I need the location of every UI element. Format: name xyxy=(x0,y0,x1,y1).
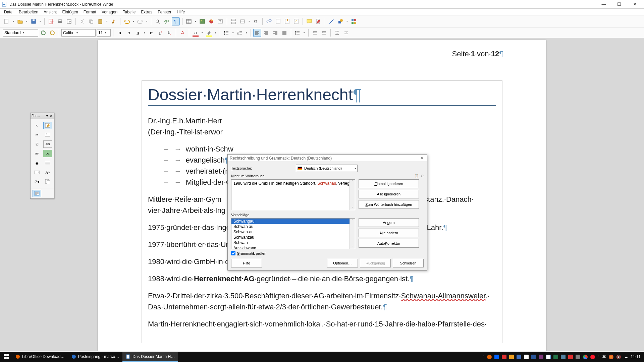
suggestion-item[interactable]: Schwangau xyxy=(231,219,355,224)
listbox-control[interactable] xyxy=(43,159,52,167)
change-button[interactable]: Ändern xyxy=(359,218,419,227)
numbering-dropdown[interactable]: ▾ xyxy=(245,29,248,37)
cut-button[interactable] xyxy=(78,17,86,25)
menu-tabelle[interactable]: Tabelle xyxy=(120,9,138,15)
menu-extras[interactable]: Extras xyxy=(138,9,155,15)
align-right-button[interactable] xyxy=(271,29,279,37)
textbox-button[interactable]: T xyxy=(216,17,224,25)
tray-cloud-icon[interactable]: ☁ xyxy=(624,355,628,359)
add-to-dict-button[interactable]: Zum Wörterbuch hinzufügen xyxy=(359,200,419,209)
form-controls-palette[interactable]: For… ▾ ✕ ↖ ✂ ☑ ABI %F DE ◉ An ☑▾ xyxy=(30,113,54,199)
line-spacing-button[interactable] xyxy=(293,29,302,37)
font-color-dropdown[interactable]: ▾ xyxy=(201,29,204,37)
task-thunderbird[interactable]: Posteingang - marco… xyxy=(68,352,123,362)
font-size-combo[interactable]: 11▾ xyxy=(97,29,111,37)
find-button[interactable] xyxy=(154,17,162,25)
palette-titlebar[interactable]: For… ▾ ✕ xyxy=(31,113,54,119)
open-dropdown[interactable]: ▾ xyxy=(25,17,29,25)
more-controls-button[interactable]: ☑▾ xyxy=(33,178,41,185)
special-char-button[interactable]: Ω xyxy=(252,17,260,25)
help-button[interactable]: Hilfe xyxy=(231,259,262,267)
shapes-button[interactable] xyxy=(336,17,344,25)
bullets-button[interactable] xyxy=(222,29,230,37)
close-button[interactable]: ✕ xyxy=(627,1,642,8)
field-dropdown[interactable]: ▾ xyxy=(248,17,251,25)
form-properties-button[interactable] xyxy=(33,190,41,197)
design-mode-button[interactable] xyxy=(43,122,52,129)
tray-bluetooth-icon[interactable]: ⌘ xyxy=(602,355,606,359)
tray-app-icon[interactable] xyxy=(609,355,613,359)
tray-app-icon[interactable] xyxy=(502,355,506,359)
menu-ansicht[interactable]: Ansicht xyxy=(41,9,59,15)
tray-app-icon[interactable] xyxy=(509,355,514,359)
start-button[interactable] xyxy=(0,354,12,360)
tray-volume-icon[interactable]: 🔇 xyxy=(616,355,621,359)
para-spacing-dec-button[interactable] xyxy=(342,29,350,37)
shapes-dropdown[interactable]: ▾ xyxy=(345,17,349,25)
copy-button[interactable] xyxy=(87,17,95,25)
image-button[interactable] xyxy=(198,17,206,25)
para-spacing-inc-button[interactable] xyxy=(333,29,341,37)
tray-app-icon[interactable] xyxy=(568,355,573,359)
highlight-dropdown[interactable]: ▾ xyxy=(214,29,217,37)
undo-button[interactable]: Rückgängig xyxy=(360,259,391,267)
formatting-marks-button[interactable]: ¶ xyxy=(172,17,180,25)
align-center-button[interactable] xyxy=(262,29,270,37)
formatted-field-control[interactable]: %F xyxy=(33,150,41,157)
select-tool[interactable]: ↖ xyxy=(33,122,41,129)
numbering-button[interactable]: 123 xyxy=(236,29,244,37)
undo-button[interactable] xyxy=(123,17,131,25)
new-doc-button[interactable] xyxy=(3,17,11,25)
tray-opera-icon[interactable] xyxy=(590,355,595,359)
tray-firefox-icon[interactable] xyxy=(487,355,492,359)
strike-button[interactable]: a xyxy=(147,29,155,37)
subscript-button[interactable]: ab xyxy=(165,29,173,37)
maximize-button[interactable]: ☐ xyxy=(612,1,627,8)
tray-app-icon[interactable] xyxy=(517,355,521,359)
suggestion-item[interactable]: Schwan-au xyxy=(231,229,355,235)
paragraph-style-combo[interactable]: Standard▾ xyxy=(3,29,38,37)
table-button[interactable] xyxy=(185,17,193,25)
autocorrect-button[interactable]: AutoKorrektur xyxy=(359,239,419,248)
palette-close-icon[interactable]: ✕ xyxy=(49,114,53,118)
grammar-checkbox[interactable]: Grammatik prüfen xyxy=(231,251,424,255)
sentence-editor[interactable]: 1980 wird die GmbH in den heutigen Stand… xyxy=(231,179,355,210)
suggestion-item[interactable]: Schwan xyxy=(231,240,355,245)
scrollbar[interactable]: ˄˅ xyxy=(350,219,355,249)
menu-vorlagen[interactable]: Vorlagen xyxy=(99,9,120,15)
scrollbar[interactable]: ˄˅ xyxy=(350,180,355,210)
clone-format-button[interactable] xyxy=(110,17,118,25)
clear-format-button[interactable]: A̷ xyxy=(178,29,186,37)
language-combo[interactable]: Deutsch (Deutschland) ▾ xyxy=(296,165,358,172)
date-field-control[interactable]: DE xyxy=(43,150,52,157)
text-label-control[interactable]: ABI xyxy=(43,140,52,148)
print-preview-button[interactable] xyxy=(65,17,73,25)
label-control[interactable]: An xyxy=(43,169,52,176)
options-button[interactable]: Optionen… xyxy=(327,259,358,267)
align-left-button[interactable] xyxy=(253,29,261,37)
update-style-button[interactable] xyxy=(39,29,47,37)
align-justify-button[interactable] xyxy=(280,29,288,37)
tray-writer-icon[interactable] xyxy=(546,355,551,359)
ignore-all-button[interactable]: Alle ignorieren xyxy=(359,190,419,198)
form-navigator-button[interactable] xyxy=(43,178,52,185)
font-color-button[interactable]: a xyxy=(192,29,200,37)
underline-button[interactable]: a xyxy=(134,29,142,37)
change-all-button[interactable]: Alle ändern xyxy=(359,229,419,237)
undo-dropdown[interactable]: ▾ xyxy=(132,17,135,25)
comment-button[interactable] xyxy=(305,17,313,25)
menu-fenster[interactable]: Fenster xyxy=(155,9,174,15)
print-button[interactable] xyxy=(56,17,64,25)
dialog-titlebar[interactable]: Rechtschreibung und Grammatik: Deutsch (… xyxy=(228,155,427,162)
cross-ref-button[interactable] xyxy=(292,17,300,25)
tray-onenote-icon[interactable] xyxy=(539,355,543,359)
minimize-button[interactable]: — xyxy=(596,1,611,8)
paste-dropdown[interactable]: ▾ xyxy=(105,17,109,25)
draw-functions-button[interactable] xyxy=(350,17,358,25)
menu-bearbeiten[interactable]: Bearbeiten xyxy=(16,9,41,15)
new-doc-dropdown[interactable]: ▾ xyxy=(12,17,15,25)
tray-clock[interactable]: 11:11 xyxy=(631,355,641,359)
bullets-dropdown[interactable]: ▾ xyxy=(231,29,235,37)
chart-button[interactable] xyxy=(207,17,215,25)
suggestion-item[interactable]: Schwanzau xyxy=(231,235,355,240)
